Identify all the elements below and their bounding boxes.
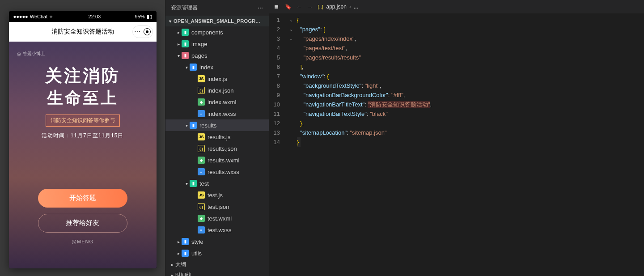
more-icon[interactable]: ⋯ — [134, 28, 140, 35]
nav-forward-icon[interactable]: → — [307, 3, 313, 10]
folder-icon: ▮ — [182, 52, 189, 59]
tab-filename: app.json — [326, 4, 346, 10]
subtitle-chip: 消防安全知识问答等你参与 — [46, 115, 120, 127]
signal-icon: ●●●●● — [13, 14, 28, 19]
folder-icon: ▮ — [190, 122, 197, 129]
json-icon: {..} — [318, 4, 323, 9]
bookmark-icon[interactable]: 🔖 — [284, 4, 292, 10]
file-results-json[interactable]: { }results.json — [165, 143, 269, 154]
js-icon: JS — [198, 75, 205, 82]
folder-icon: ▮ — [182, 238, 189, 245]
fold-icon[interactable]: ⌄ — [285, 15, 297, 25]
app-logo: ◎ 答题小博士 — [17, 51, 45, 57]
chevron-right-icon[interactable]: ▸ — [175, 42, 182, 47]
folder-utils[interactable]: ▸▮utils — [165, 247, 269, 259]
editor-panel: ≣ 🔖 ← → {..} app.json › ... 123456789101… — [269, 0, 644, 276]
folder-icon: ▮ — [190, 180, 197, 187]
chevron-right-icon[interactable]: ▸ — [169, 262, 175, 267]
file-test-wxss[interactable]: ≡test.wxss — [165, 224, 269, 236]
chevron-right-icon: › — [349, 4, 351, 10]
wifi-icon: ᯤ — [49, 14, 54, 19]
file-tree[interactable]: ▾ OPEN_ANSWER_SMALL_PROGR... ▸▮component… — [165, 16, 269, 276]
folder-icon: ▮ — [182, 29, 189, 36]
code-content[interactable]: { "pages": [ "pages/index/index", "pages… — [297, 13, 644, 276]
simulator-panel: ●●●●● WeChat ᯤ 22:03 95% ▮▯ 消防安全知识答题活动 ⋯… — [0, 0, 165, 276]
wxml-icon: ◆ — [198, 157, 205, 164]
chevron-right-icon[interactable]: ▸ — [175, 251, 182, 256]
file-index-js[interactable]: JSindex.js — [165, 73, 269, 85]
explorer-header: 资源管理器 ⋯ — [165, 0, 269, 16]
line-number-gutter: 1234567891011121314 — [269, 13, 285, 276]
battery-icon: ▮▯ — [147, 14, 152, 20]
chevron-right-icon[interactable]: ▸ — [169, 273, 175, 276]
start-quiz-button[interactable]: 开始答题 — [38, 189, 127, 208]
list-icon[interactable]: ≣ — [273, 4, 280, 10]
firefighter-graphic — [9, 152, 157, 268]
explorer-title: 资源管理器 — [171, 4, 198, 12]
fold-gutter[interactable]: ⌄ ⌄ ⌄ — [285, 13, 297, 276]
battery-pct: 95% — [135, 14, 144, 19]
code-editor[interactable]: 1234567891011121314 ⌄ ⌄ ⌄ { "pages": [ "… — [269, 13, 644, 276]
chevron-down-icon[interactable]: ▾ — [175, 53, 182, 58]
file-index-wxss[interactable]: ≡index.wxss — [165, 108, 269, 119]
timeline-section[interactable]: ▸时间线 — [165, 270, 269, 276]
more-icon[interactable]: ⋯ — [258, 5, 263, 11]
folder-components[interactable]: ▸▮components — [165, 26, 269, 38]
project-root[interactable]: ▾ OPEN_ANSWER_SMALL_PROGR... — [165, 16, 269, 26]
wxss-icon: ≡ — [198, 226, 205, 234]
fold-icon[interactable]: ⌄ — [285, 34, 297, 43]
date-range: 活动时间：11月7日至11月15日 — [42, 132, 124, 140]
chevron-down-icon[interactable]: ▾ — [167, 19, 174, 24]
miniprogram-navbar: 消防安全知识答题活动 ⋯ — [9, 22, 157, 42]
json-icon: { } — [198, 87, 205, 94]
folder-icon: ▮ — [182, 40, 189, 47]
folder-icon: ▮ — [190, 64, 197, 71]
heading-line2: 生命至上 — [47, 87, 119, 109]
folder-test[interactable]: ▾▮test — [165, 178, 269, 189]
close-icon[interactable] — [144, 28, 151, 35]
chevron-down-icon[interactable]: ▾ — [183, 181, 190, 186]
wxss-icon: ≡ — [198, 110, 205, 117]
file-test-wxml[interactable]: ◆test.wxml — [165, 212, 269, 224]
json-icon: { } — [198, 145, 205, 152]
capsule-menu[interactable]: ⋯ — [132, 25, 153, 38]
folder-image[interactable]: ▸▮image — [165, 38, 269, 50]
heading-line1: 关注消防 — [45, 66, 120, 86]
wxml-icon: ◆ — [198, 215, 205, 222]
nav-back-icon[interactable]: ← — [296, 3, 302, 10]
folder-icon: ▮ — [182, 250, 189, 257]
file-index-json[interactable]: { }index.json — [165, 85, 269, 96]
clock: 22:03 — [89, 14, 101, 19]
chevron-down-icon[interactable]: ▾ — [183, 123, 190, 128]
folder-pages[interactable]: ▾▮pages — [165, 50, 269, 61]
miniprogram-page: ◎ 答题小博士 关注消防 生命至上 消防安全知识问答等你参与 活动时间：11月7… — [9, 42, 157, 268]
breadcrumb-tail: ... — [354, 4, 358, 10]
phone-status-bar: ●●●●● WeChat ᯤ 22:03 95% ▮▯ — [9, 11, 157, 22]
fold-icon[interactable]: ⌄ — [285, 25, 297, 34]
folder-style[interactable]: ▸▮style — [165, 236, 269, 247]
editor-tab-bar: ≣ 🔖 ← → {..} app.json › ... — [269, 0, 644, 13]
wxml-icon: ◆ — [198, 98, 205, 106]
nav-title: 消防安全知识答题活动 — [51, 28, 114, 36]
tab-app-json[interactable]: {..} app.json › ... — [318, 4, 358, 10]
chevron-right-icon[interactable]: ▸ — [175, 239, 182, 244]
file-index-wxml[interactable]: ◆index.wxml — [165, 96, 269, 108]
file-results-wxss[interactable]: ≡results.wxss — [165, 166, 269, 178]
phone-simulator: ●●●●● WeChat ᯤ 22:03 95% ▮▯ 消防安全知识答题活动 ⋯… — [9, 11, 157, 268]
folder-results[interactable]: ▾▮results — [165, 119, 269, 131]
medal-icon: ◎ — [17, 51, 21, 56]
carrier-label: WeChat — [30, 14, 48, 19]
file-test-json[interactable]: { }test.json — [165, 201, 269, 212]
chevron-right-icon[interactable]: ▸ — [175, 30, 182, 35]
chevron-down-icon[interactable]: ▾ — [183, 65, 190, 70]
file-test-js[interactable]: JStest.js — [165, 189, 269, 201]
explorer-panel: 资源管理器 ⋯ ▾ OPEN_ANSWER_SMALL_PROGR... ▸▮c… — [165, 0, 269, 276]
outline-section[interactable]: ▸大纲 — [165, 259, 269, 270]
share-button[interactable]: 推荐给好友 — [38, 214, 127, 233]
file-results-js[interactable]: JSresults.js — [165, 131, 269, 143]
credit: @MENG — [72, 239, 93, 244]
js-icon: JS — [198, 191, 205, 199]
file-results-wxml[interactable]: ◆results.wxml — [165, 154, 269, 166]
js-icon: JS — [198, 133, 205, 140]
folder-index[interactable]: ▾▮index — [165, 61, 269, 73]
